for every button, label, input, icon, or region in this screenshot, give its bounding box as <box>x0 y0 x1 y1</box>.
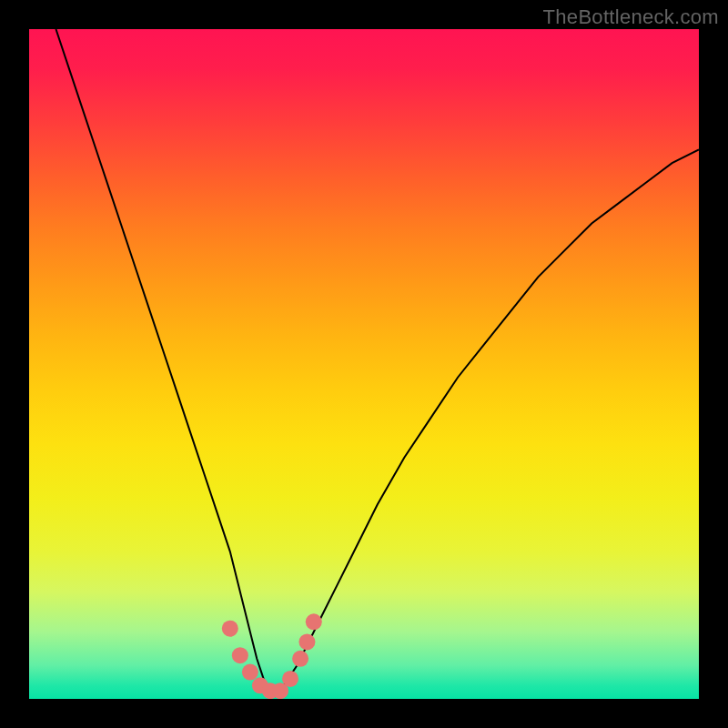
chart-frame: TheBottleneck.com <box>0 0 728 728</box>
curve-marker <box>292 651 308 667</box>
curve-marker <box>242 664 258 681</box>
watermark-text: TheBottleneck.com <box>543 5 719 29</box>
plot-area <box>29 29 699 699</box>
curve-marker <box>298 633 315 650</box>
bottleneck-curve <box>56 29 699 693</box>
bottleneck-curve-svg <box>29 29 699 699</box>
curve-marker <box>306 613 322 630</box>
curve-marker <box>232 647 248 663</box>
curve-marker <box>222 621 238 637</box>
curve-marker <box>282 671 298 687</box>
curve-markers <box>222 613 322 699</box>
